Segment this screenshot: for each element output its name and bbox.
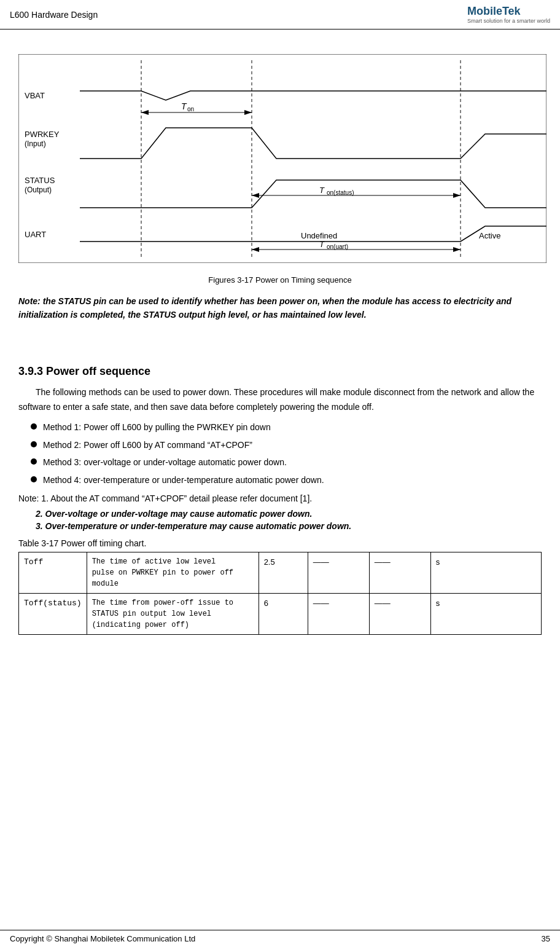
timing-diagram-svg: VBAT PWRKEY (Input) STATUS (Output) UART… <box>18 54 546 263</box>
min-cell: 2.5 <box>259 552 308 593</box>
svg-text:T: T <box>319 186 325 195</box>
intro-text: The following methods can be used to pow… <box>18 385 542 415</box>
typ-cell: —— <box>308 552 369 593</box>
svg-text:PWRKEY: PWRKEY <box>25 130 60 139</box>
desc-cell: The time from power-off issue to STATUS … <box>87 593 259 634</box>
table-row: Toff The time of active low level pulse … <box>19 552 542 593</box>
company-logo: MobileTek Smart solution for a smarter w… <box>467 5 550 24</box>
figure-caption: Figures 3-17 Power on Timing sequence <box>18 275 542 285</box>
methods-list: Method 1: Power off L600 by pulling the … <box>31 420 542 487</box>
copyright-text: Copyright © Shanghai Mobiletek Communica… <box>10 934 195 943</box>
svg-text:on: on <box>187 106 194 112</box>
unit-cell: s <box>430 593 541 634</box>
desc-cell: The time of active low level pulse on PW… <box>87 552 259 593</box>
bullet-icon <box>31 476 37 482</box>
document-title: L600 Hardware Design <box>10 10 98 20</box>
svg-text:(Input): (Input) <box>25 139 46 148</box>
vbat-label: VBAT <box>25 91 45 100</box>
max-cell: —— <box>369 593 430 634</box>
param-cell: Toff <box>19 552 87 593</box>
page-header: L600 Hardware Design MobileTek Smart sol… <box>0 0 560 29</box>
list-item: Method 3: over-voltage or under-voltage … <box>31 455 542 469</box>
bullet-icon <box>31 441 37 447</box>
unit-cell: s <box>430 552 541 593</box>
svg-text:Undefined: Undefined <box>301 231 337 240</box>
note-3: 3. Over-temperature or under-temperature… <box>36 521 542 531</box>
list-item: Method 1: Power off L600 by pulling the … <box>31 420 542 434</box>
section-heading: 3.9.3 Power off sequence <box>18 365 542 378</box>
page-footer: Copyright © Shanghai Mobiletek Communica… <box>0 930 560 947</box>
param-cell: Toff(status) <box>19 593 87 634</box>
logo-container: MobileTek Smart solution for a smarter w… <box>467 5 550 24</box>
timing-table: Toff The time of active low level pulse … <box>18 552 542 635</box>
bullet-icon <box>31 423 37 430</box>
max-cell: —— <box>369 552 430 593</box>
bullet-icon <box>31 458 37 465</box>
svg-text:UART: UART <box>25 230 46 239</box>
svg-text:(Output): (Output) <box>25 186 52 194</box>
svg-text:on(status): on(status) <box>327 189 354 196</box>
list-item: Method 2: Power off L600 by AT command “… <box>31 438 542 452</box>
note-1: Note: 1. About the AT command “AT+CPOF” … <box>18 492 542 506</box>
min-cell: 6 <box>259 593 308 634</box>
status-note: Note: the STATUS pin can be used to iden… <box>18 294 542 322</box>
svg-text:Active: Active <box>479 231 500 240</box>
svg-text:on(uart): on(uart) <box>327 243 348 250</box>
svg-text:T: T <box>181 101 187 111</box>
note-2: 2. Over-voltage or under-voltage may cau… <box>36 509 542 519</box>
page-number: 35 <box>542 934 550 943</box>
svg-text:T: T <box>319 240 325 249</box>
table-caption: Table 3-17 Power off timing chart. <box>18 538 542 548</box>
list-item: Method 4: over-temperature or under-temp… <box>31 473 542 487</box>
typ-cell: —— <box>308 593 369 634</box>
table-row: Toff(status) The time from power-off iss… <box>19 593 542 634</box>
main-content: VBAT PWRKEY (Input) STATUS (Output) UART… <box>0 29 560 647</box>
svg-text:STATUS: STATUS <box>25 176 55 185</box>
timing-diagram: VBAT PWRKEY (Input) STATUS (Output) UART… <box>18 54 546 263</box>
